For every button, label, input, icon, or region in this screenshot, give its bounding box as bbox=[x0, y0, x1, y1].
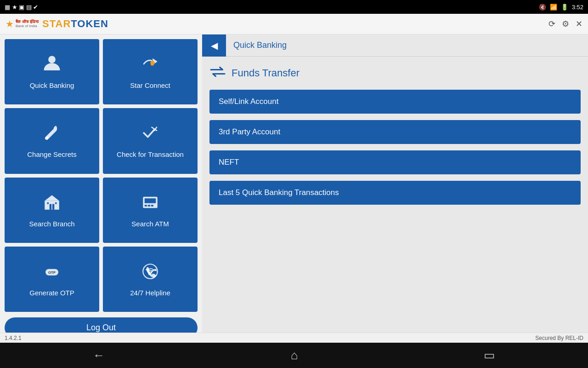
phone-icon bbox=[141, 262, 160, 285]
breadcrumb-title: Quick Banking bbox=[226, 40, 294, 50]
menu-item-change-secrets[interactable]: Change Secrets bbox=[5, 108, 99, 173]
svg-rect-4 bbox=[45, 201, 59, 209]
svg-rect-8 bbox=[47, 202, 49, 204]
svg-point-0 bbox=[48, 56, 56, 63]
header-action-icons[interactable]: ⟳ ⚙ ✕ bbox=[548, 19, 582, 29]
menu-grid: Quick Banking Star Connect bbox=[5, 39, 198, 312]
boi-text: बैंक ऑफ इंडिया Bank of India bbox=[16, 20, 39, 29]
nav-home-button[interactable]: ⌂ bbox=[277, 345, 312, 366]
svg-rect-9 bbox=[55, 202, 57, 204]
main-content: Quick Banking Star Connect bbox=[0, 34, 588, 343]
volume-mute-icon: 🔇 bbox=[539, 4, 546, 11]
person-icon bbox=[42, 54, 62, 78]
svg-rect-6 bbox=[50, 204, 51, 209]
svg-rect-14 bbox=[151, 205, 153, 207]
app-title: STARTOKEN bbox=[42, 18, 108, 30]
right-panel-header: ◀ Quick Banking bbox=[202, 34, 588, 57]
otp-icon: OTP bbox=[42, 262, 62, 285]
menu-label-search-atm: Search ATM bbox=[131, 220, 169, 228]
menu-label-quick-banking: Quick Banking bbox=[30, 81, 74, 89]
menu-label-helpline: 24/7 Helpline bbox=[130, 289, 170, 297]
atm-icon bbox=[141, 193, 160, 216]
menu-item-generate-otp[interactable]: OTP Generate OTP bbox=[5, 247, 99, 312]
section-title-container: Funds Transfer bbox=[209, 66, 581, 80]
close-button[interactable]: ✕ bbox=[576, 19, 582, 29]
footer-bar: 1.4.2.1 Secured By REL-ID bbox=[0, 333, 588, 343]
svg-text:OTP: OTP bbox=[48, 270, 56, 275]
security-label: Secured By REL-ID bbox=[535, 335, 583, 341]
left-panel: Quick Banking Star Connect bbox=[0, 34, 202, 343]
option-neft[interactable]: NEFT bbox=[209, 150, 581, 174]
option-self-link-account[interactable]: Self/Link Account bbox=[209, 90, 581, 114]
refresh-button[interactable]: ⟳ bbox=[548, 19, 555, 29]
header-logo: ★ बैंक ऑफ इंडिया Bank of India STARTOKEN bbox=[6, 18, 108, 30]
battery-icon: 🔋 bbox=[561, 4, 568, 11]
nav-recent-button[interactable]: ▭ bbox=[470, 345, 509, 366]
menu-label-check-transaction: Check for Transaction bbox=[117, 150, 184, 158]
menu-item-check-transaction[interactable]: Check for Transaction bbox=[103, 108, 198, 173]
menu-item-search-atm[interactable]: Search ATM bbox=[103, 178, 198, 243]
back-button[interactable]: ◀ bbox=[202, 34, 226, 57]
option-last5-transactions[interactable]: Last 5 Quick Banking Transactions bbox=[209, 181, 581, 205]
menu-item-quick-banking[interactable]: Quick Banking bbox=[5, 39, 99, 104]
token-suffix: TOKEN bbox=[71, 18, 108, 29]
menu-item-search-branch[interactable]: Search Branch bbox=[5, 178, 99, 243]
wifi-icon: 📶 bbox=[550, 4, 557, 11]
menu-label-star-connect: Star Connect bbox=[130, 81, 170, 89]
svg-rect-12 bbox=[145, 205, 147, 207]
right-panel: ◀ Quick Banking Funds Transfer Self/Link… bbox=[202, 34, 588, 343]
app-icons: ▦ ★ ▣ ▤ ✔ bbox=[5, 4, 38, 11]
star-connect-icon bbox=[141, 54, 160, 78]
boi-logo: ★ बैंक ऑफ इंडिया Bank of India bbox=[6, 18, 39, 29]
menu-label-search-branch: Search Branch bbox=[29, 220, 74, 228]
app-header: ★ बैंक ऑफ इंडिया Bank of India STARTOKEN… bbox=[0, 14, 588, 34]
svg-rect-11 bbox=[145, 198, 156, 203]
svg-rect-13 bbox=[148, 205, 150, 207]
nav-back-button[interactable]: ← bbox=[79, 345, 119, 366]
boi-star-icon: ★ bbox=[6, 18, 14, 29]
check-transaction-icon bbox=[141, 123, 160, 147]
settings-button[interactable]: ⚙ bbox=[562, 19, 569, 29]
svg-point-3 bbox=[46, 137, 48, 139]
menu-label-change-secrets: Change Secrets bbox=[27, 150, 77, 158]
status-right-icons: 🔇 📶 🔋 3:52 bbox=[539, 4, 583, 11]
menu-label-generate-otp: Generate OTP bbox=[29, 289, 74, 297]
bottom-nav-bar: ← ⌂ ▭ bbox=[0, 343, 588, 368]
menu-item-helpline[interactable]: 24/7 Helpline bbox=[103, 247, 198, 312]
option-third-party-account[interactable]: 3rd Party Account bbox=[209, 120, 581, 144]
building-icon bbox=[42, 193, 62, 216]
status-bar: ▦ ★ ▣ ▤ ✔ 🔇 📶 🔋 3:52 bbox=[0, 0, 588, 14]
funds-transfer-icon bbox=[209, 66, 226, 80]
svg-marker-5 bbox=[45, 195, 59, 201]
star-prefix: STAR bbox=[42, 18, 71, 29]
right-panel-body: Funds Transfer Self/Link Account 3rd Par… bbox=[202, 57, 588, 214]
boi-english-name: Bank of India bbox=[16, 24, 39, 29]
wrench-icon bbox=[42, 123, 62, 147]
svg-rect-7 bbox=[52, 204, 54, 209]
time-display: 3:52 bbox=[572, 4, 583, 11]
status-left-icons: ▦ ★ ▣ ▤ ✔ bbox=[5, 4, 38, 11]
version-label: 1.4.2.1 bbox=[5, 335, 22, 341]
menu-item-star-connect[interactable]: Star Connect bbox=[103, 39, 198, 104]
section-label-text: Funds Transfer bbox=[232, 67, 300, 79]
